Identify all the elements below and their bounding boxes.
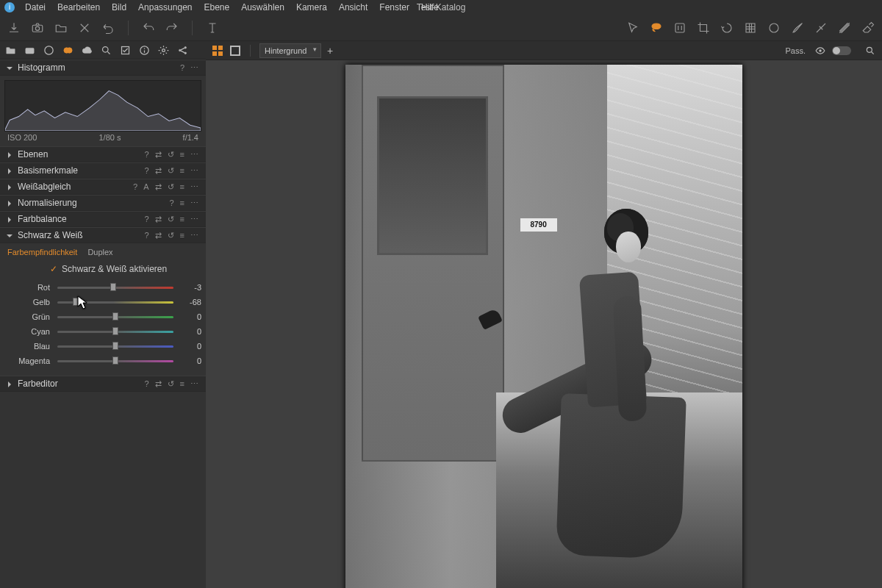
panel-basis-header[interactable]: Basismerkmale ?⇄↺≡⋯ [0,162,206,179]
slider-thumb[interactable] [112,327,118,335]
menu-camera[interactable]: Kamera [290,1,333,14]
help-icon[interactable]: ? [143,150,150,159]
slider-track[interactable] [57,341,173,351]
reset-icon[interactable]: ↺ [166,166,176,176]
grid-view-icon[interactable] [212,45,223,57]
heal-tool-icon[interactable] [814,21,828,35]
slider-thumb[interactable] [112,356,118,365]
menu-icon[interactable]: ≡ [179,166,186,175]
import-icon[interactable] [7,21,21,35]
menu-edit[interactable]: Bearbeiten [51,1,106,14]
camera-icon[interactable] [31,21,44,35]
link-icon[interactable]: ⇄ [154,379,163,389]
erase-tool-icon[interactable] [861,21,875,35]
more-icon[interactable]: ⋯ [189,231,200,240]
slider-track[interactable] [57,356,173,366]
text-icon[interactable] [206,21,219,35]
shape-tool-icon[interactable] [767,21,781,35]
panel-farbeditor-header[interactable]: Farbeditor ?⇄↺≡⋯ [0,376,206,392]
tab-search-icon[interactable] [100,44,112,56]
lasso-tool-icon[interactable] [650,21,663,35]
slider-thumb[interactable] [110,283,116,291]
tab-cloud-icon[interactable] [81,44,93,56]
help-icon[interactable]: ? [132,182,139,191]
arrow-tool-icon[interactable] [626,21,639,35]
slider-thumb[interactable] [112,342,118,350]
tab-gear-icon[interactable] [157,44,169,56]
panel-norm-header[interactable]: Normalisierung ?≡⋯ [0,195,206,211]
slider-magenta[interactable]: Magenta0 [4,354,201,368]
menu-image[interactable]: Bild [106,1,132,14]
menu-icon[interactable]: ≡ [179,215,186,223]
eye-icon[interactable] [814,45,826,57]
tab-share-icon[interactable] [176,44,188,56]
redo-icon[interactable] [165,21,179,35]
slider-cyan[interactable]: Cyan0 [4,324,201,339]
link-icon[interactable]: ⇄ [154,231,163,240]
panel-farbbal-header[interactable]: Farbbalance ?⇄↺≡⋯ [0,211,206,227]
reset-icon[interactable]: ↺ [166,231,176,240]
sync-tool-icon[interactable] [673,21,686,35]
menu-icon[interactable]: ≡ [179,182,186,191]
slider-rot[interactable]: Rot-3 [4,280,201,295]
brush-tool-icon[interactable] [791,21,804,35]
slider-gelb[interactable]: Gelb-68 [4,295,201,309]
menu-select[interactable]: Auswählen [235,1,290,14]
tab-duplex[interactable]: Duplex [87,248,112,257]
link-icon[interactable]: ⇄ [154,166,163,176]
menu-file[interactable]: Datei [19,1,51,14]
reset-icon[interactable]: ↺ [166,150,176,159]
viewport[interactable]: 8790 [206,60,882,588]
close-icon[interactable] [78,21,91,35]
menu-view[interactable]: Ansicht [333,1,373,14]
compare-toggle[interactable] [832,46,851,55]
link-icon[interactable]: ⇄ [154,150,163,159]
gradient-tool-icon[interactable] [838,21,851,35]
reset-icon[interactable]: ↺ [166,215,176,224]
slider-thumb[interactable] [73,298,79,306]
slider-thumb[interactable] [112,312,118,320]
revert-icon[interactable] [101,21,115,35]
more-icon[interactable]: ⋯ [189,166,200,176]
tab-info-icon[interactable] [138,44,150,56]
auto-icon[interactable]: A [142,182,150,191]
help-icon[interactable]: ? [143,215,150,223]
tab-adjust-icon[interactable] [62,44,74,56]
help-icon[interactable]: ? [143,379,150,388]
help-icon[interactable]: ? [168,198,175,207]
slider-track[interactable] [57,297,173,307]
tab-folder-icon[interactable] [4,44,16,56]
slider-track[interactable] [57,282,173,293]
grid-tool-icon[interactable] [744,21,757,35]
undo-icon[interactable] [142,21,155,35]
panel-histogram-header[interactable]: Histogramm ?⋯ [0,60,206,76]
menu-icon[interactable]: ≡ [179,150,186,159]
more-icon[interactable]: ⋯ [189,215,200,224]
folder-icon[interactable] [54,21,68,35]
crop-tool-icon[interactable] [697,21,710,35]
add-layer-button[interactable]: + [327,45,333,57]
help-icon[interactable]: ? [143,231,150,240]
menu-icon[interactable]: ≡ [179,231,186,240]
link-icon[interactable]: ⇄ [154,215,163,224]
layer-select[interactable]: Hintergrund [259,43,321,58]
single-view-icon[interactable] [229,45,241,57]
slider-blau[interactable]: Blau0 [4,339,201,354]
more-icon[interactable]: ⋯ [189,63,200,73]
menu-window[interactable]: Fenster [373,1,415,14]
tab-check-icon[interactable] [119,44,131,56]
more-icon[interactable]: ⋯ [189,150,200,159]
help-icon[interactable]: ? [143,166,150,175]
search-icon[interactable] [864,45,876,57]
tab-camera-icon[interactable] [24,44,35,56]
panel-ebenen-header[interactable]: Ebenen ?⇄↺≡⋯ [0,146,206,162]
slider-track[interactable] [57,312,173,322]
rotate-tool-icon[interactable] [720,21,734,35]
more-icon[interactable]: ⋯ [189,198,200,208]
menu-icon[interactable]: ≡ [179,198,186,207]
panel-bw-header[interactable]: Schwarz & Weiß ?⇄↺≡⋯ [0,227,206,243]
more-icon[interactable]: ⋯ [189,182,200,192]
menu-layer[interactable]: Ebene [198,1,235,14]
panel-wb-header[interactable]: Weißabgleich ?A⇄↺≡⋯ [0,179,206,195]
reset-icon[interactable]: ↺ [166,379,176,389]
